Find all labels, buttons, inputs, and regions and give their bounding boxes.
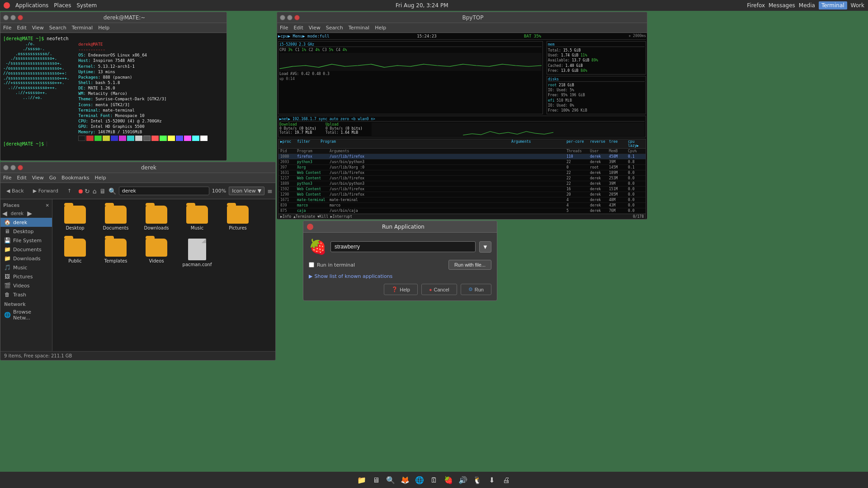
table-row[interactable]: 1889python3/usr/bin/python322derek39M0.0	[278, 181, 646, 187]
fm-back-btn[interactable]: ◀ Back	[3, 187, 27, 195]
taskbar-print-icon[interactable]: 🖨	[500, 474, 513, 486]
folder-music[interactable]: Music	[179, 204, 215, 232]
fm-minimize-btn[interactable]	[3, 165, 9, 170]
folder-public[interactable]: Public	[57, 237, 93, 269]
term-menu-edit[interactable]: Edit	[17, 25, 26, 31]
table-row[interactable]: 1671mate-terminalmate-terminal4derek48M0…	[278, 197, 646, 203]
run-show-apps-link[interactable]: ▶ Show list of known applications	[309, 273, 491, 279]
bpy-menu-file[interactable]: File	[280, 25, 288, 31]
fm-stop-btn[interactable]: ⏺	[77, 188, 82, 195]
sidebar-item-trash[interactable]: 🗑 Trash	[0, 290, 52, 299]
places-menu[interactable]: Places	[54, 2, 71, 9]
taskbar-desktop-icon[interactable]: 🖥	[370, 474, 382, 486]
taskbar-search-icon[interactable]: 🔍	[384, 474, 397, 486]
sidebar-item-pictures[interactable]: 🖼 Pictures	[0, 272, 52, 281]
sidebar-prev-btn[interactable]: ◀	[2, 210, 7, 217]
fm-reload-btn[interactable]: ↻	[85, 188, 90, 195]
terminal-close-btn[interactable]	[18, 15, 23, 20]
table-row[interactable]: 1631Web Content/usr/lib/firefox22derek18…	[278, 170, 646, 176]
table-row[interactable]: 2693python3/usr/bin/python322derek39M0.8	[278, 160, 646, 165]
table-row[interactable]: 875caja/usr/bin/caja5derek76M0.0	[278, 208, 646, 214]
table-row[interactable]: 1290Web Content/usr/lib/firefox20derek20…	[278, 192, 646, 197]
table-row[interactable]: 1080firefox/usr/lib/firefox110derek458M0…	[278, 154, 646, 160]
taskbar-calendar-icon[interactable]: 🗓	[428, 474, 440, 486]
folder-videos[interactable]: Videos	[138, 237, 175, 269]
fm-up-btn[interactable]: ↑	[64, 187, 75, 195]
sidebar-item-desktop[interactable]: 🖥 Desktop	[0, 227, 52, 236]
fm-maximize-btn[interactable]	[10, 165, 16, 170]
terminal-minimize-btn[interactable]	[3, 15, 9, 20]
run-dropdown-btn[interactable]: ▼	[479, 241, 491, 253]
run-command-input[interactable]	[330, 241, 476, 252]
fm-menu-view[interactable]: View	[32, 175, 44, 181]
sidebar-item-videos[interactable]: 🎬 Videos	[0, 281, 52, 290]
folder-desktop[interactable]: Desktop	[57, 204, 93, 232]
table-row[interactable]: 839marcomarco4derek43M0.0	[278, 203, 646, 208]
sidebar-item-derek[interactable]: 🏠 derek	[0, 218, 52, 227]
sidebar-item-music[interactable]: 🎵 Music	[0, 263, 52, 272]
fm-menu-bookmarks[interactable]: Bookmarks	[61, 175, 89, 181]
term-menu-search[interactable]: Search	[49, 25, 66, 31]
sidebar-item-network[interactable]: 🌐 Browse Netw...	[0, 308, 52, 322]
tb-work[interactable]: Work	[851, 2, 864, 9]
sidebar-toggle-btn[interactable]: ✕	[46, 203, 49, 208]
taskbar-volume-icon[interactable]: 🔊	[457, 474, 469, 486]
run-dialog-close-btn[interactable]	[307, 224, 313, 230]
fm-close-btn[interactable]	[18, 165, 23, 170]
bpy-menu-view[interactable]: View	[309, 25, 321, 31]
fm-more-btn[interactable]: ≡	[267, 188, 273, 195]
fm-address[interactable]: derek	[119, 187, 209, 195]
applications-menu[interactable]: Applications	[15, 2, 48, 9]
term-menu-help[interactable]: Help	[98, 25, 109, 31]
fm-menu-edit[interactable]: Edit	[17, 175, 26, 181]
term-menu-terminal[interactable]: Terminal	[72, 25, 93, 31]
run-in-terminal-checkbox[interactable]	[309, 262, 314, 267]
bpytop-content[interactable]: ▶cpu▶ Menu▶ mode:full 15:24:23 BAT 35% +…	[277, 33, 647, 219]
bpytop-maximize-btn[interactable]	[287, 15, 292, 20]
run-cancel-btn[interactable]: ● Cancel	[421, 284, 457, 295]
fm-menu-file[interactable]: File	[3, 175, 11, 181]
bpy-menu-terminal[interactable]: Terminal	[349, 25, 370, 31]
taskbar-firefox-icon[interactable]: 🦊	[399, 474, 411, 486]
tb-firefox[interactable]: Firefox	[747, 2, 765, 9]
bpytop-close-btn[interactable]	[294, 15, 300, 20]
taskbar-files-icon[interactable]: 📁	[355, 474, 368, 486]
bpy-menu-help[interactable]: Help	[375, 25, 386, 31]
folder-templates[interactable]: Templates	[98, 237, 134, 269]
run-help-btn[interactable]: ❓ Help	[384, 284, 418, 295]
taskbar-browser-icon[interactable]: 🌐	[413, 474, 426, 486]
table-row[interactable]: 1217Web Content/usr/lib/firefox22derek25…	[278, 176, 646, 181]
bpy-menu-edit[interactable]: Edit	[293, 25, 303, 31]
folder-pictures[interactable]: Pictures	[220, 204, 256, 232]
table-row[interactable]: 397Xorg/usr/lib/Xorg :00root145M0.1	[278, 165, 646, 170]
term-menu-view[interactable]: View	[32, 25, 44, 31]
fm-search-icon[interactable]: 🔍	[108, 188, 116, 195]
sidebar-item-downloads[interactable]: 📁 Downloads	[0, 254, 52, 263]
fm-menu-help[interactable]: Help	[95, 175, 106, 181]
folder-documents[interactable]: Documents	[98, 204, 134, 232]
fm-computer-btn[interactable]: 🖥	[99, 188, 106, 195]
folder-downloads[interactable]: Downloads	[138, 204, 175, 232]
tb-messages[interactable]: Messages	[769, 2, 795, 9]
table-row[interactable]: 1592Web Content/usr/lib/firefox16derek15…	[278, 187, 646, 192]
tb-terminal[interactable]: Terminal	[819, 1, 847, 9]
fm-menu-go[interactable]: Go	[49, 175, 56, 181]
tb-media[interactable]: Media	[799, 2, 815, 9]
system-menu[interactable]: System	[76, 2, 97, 9]
sidebar-item-documents[interactable]: 📁 Documents	[0, 245, 52, 254]
terminal-content[interactable]: [derek@MATE ~]$ neofetch ./o. ./sssso-. …	[0, 33, 226, 160]
sidebar-item-filesystem[interactable]: 💾 File System	[0, 236, 52, 245]
fm-home-btn[interactable]: ⌂	[93, 188, 97, 195]
term-menu-file[interactable]: File	[3, 25, 11, 31]
sidebar-next-btn[interactable]: ▶	[27, 210, 32, 217]
file-pacmanconf[interactable]: pacman.conf	[179, 237, 215, 269]
run-with-file-btn[interactable]: Run with file...	[448, 260, 491, 270]
taskbar-download-icon[interactable]: ⬇	[486, 474, 498, 486]
bpytop-minimize-btn[interactable]	[280, 15, 285, 20]
taskbar-linux-icon[interactable]: 🐧	[471, 474, 484, 486]
fm-view-dropdown[interactable]: Icon View ▼	[229, 187, 264, 195]
bpy-menu-search[interactable]: Search	[326, 25, 343, 31]
run-run-btn[interactable]: ⚙ Run	[461, 284, 491, 295]
taskbar-strawberry-icon[interactable]: 🍓	[442, 474, 455, 486]
terminal-maximize-btn[interactable]	[10, 15, 16, 20]
